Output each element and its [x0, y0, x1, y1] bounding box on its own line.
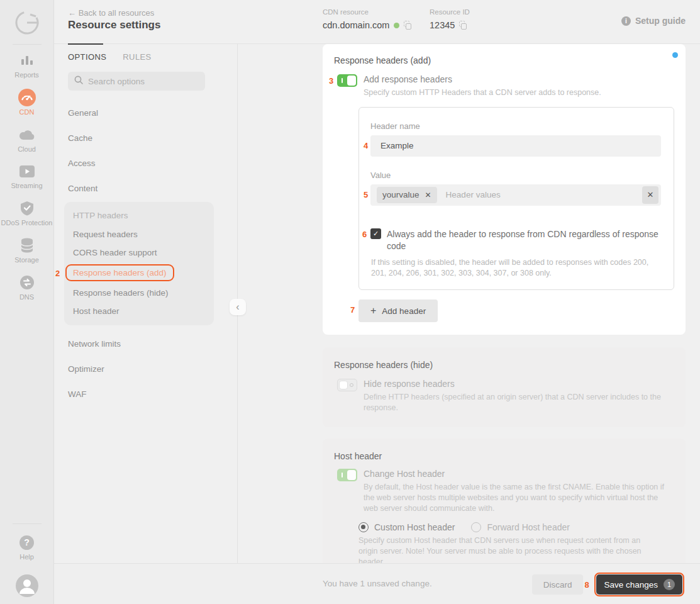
card-title: Host header [334, 451, 674, 461]
close-icon: ✕ [647, 190, 654, 199]
resource-id-block: Resource ID 12345 [430, 8, 470, 30]
menu-item-general[interactable]: General [54, 100, 237, 125]
add-header-button[interactable]: 7 + Add header [358, 299, 438, 322]
annotation-number: 3 [329, 76, 333, 86]
menu-item-optimizer[interactable]: Optimizer [54, 357, 237, 382]
menu-item-response-headers-add[interactable]: 2 Response headers (add) [64, 262, 214, 284]
collapse-panel-button[interactable]: ‹ [230, 299, 246, 315]
search-options-box[interactable] [68, 72, 205, 91]
search-input[interactable] [88, 77, 199, 86]
menu-item-network-limits[interactable]: Network limits [54, 332, 237, 357]
annotation-number: 7 [350, 305, 355, 315]
copy-icon[interactable] [459, 21, 467, 30]
sidebar-item-streaming[interactable]: Streaming [0, 163, 54, 191]
annotation-outline: 8 Save changes 1 [594, 573, 684, 596]
card-title: Response headers (hide) [334, 360, 674, 370]
menu-item-host-header[interactable]: Host header [64, 302, 214, 321]
save-changes-button[interactable]: Save changes 1 [596, 574, 682, 595]
options-menu-2: Network limits Optimizer WAF [54, 332, 237, 407]
plus-icon: + [370, 305, 376, 316]
hide-response-headers-toggle[interactable] [337, 379, 357, 391]
shield-check-icon [20, 200, 34, 216]
annotation-number: 6 [362, 230, 367, 239]
setup-guide-button[interactable]: i Setup guide [621, 16, 686, 26]
status-green-dot [394, 23, 399, 28]
notification-blue-dot [672, 52, 678, 58]
sidebar-item-label: Streaming [11, 182, 42, 191]
discard-button[interactable]: Discard [532, 574, 584, 595]
toggle-label: Add response headers [364, 74, 601, 84]
checkbox-label: Always add the header to response from C… [387, 228, 661, 252]
header-values-input[interactable]: 5 yourvalue ✕ Header values ✕ [370, 184, 661, 206]
add-response-headers-toggle[interactable]: 3 [337, 74, 357, 87]
host-header-radio-group: Custom Host header Forward Host header [358, 522, 674, 532]
sidebar-item-label: Cloud [18, 145, 36, 154]
sidebar-item-label: Reports [14, 71, 39, 80]
question-mark-icon: ? [19, 534, 34, 551]
card-response-headers-hide: Response headers (hide) Hide response he… [323, 347, 686, 427]
page-title: Resource settings [68, 19, 160, 31]
sidebar-divider [13, 523, 42, 524]
resource-id-label: Resource ID [430, 8, 470, 16]
always-add-header-checkbox[interactable]: ✓ [370, 228, 381, 239]
copy-icon[interactable] [404, 21, 412, 30]
menu-item-content[interactable]: Content [54, 176, 237, 201]
sidebar-item-cdn[interactable]: CDN [0, 89, 54, 117]
menu-item-cors-header-support[interactable]: CORS header support [64, 243, 214, 262]
toggle-description: Specify custom HTTP Headers that a CDN s… [364, 87, 601, 98]
sidebar-item-label: Storage [14, 256, 39, 265]
menu-item-response-headers-hide[interactable]: Response headers (hide) [64, 284, 214, 303]
active-tab-indicator [68, 43, 103, 45]
toggle-label: Change Host header [364, 469, 665, 479]
menu-item-waf[interactable]: WAF [54, 382, 237, 407]
header-name-input[interactable] [370, 141, 661, 150]
radio-description: Specify custom Host header that CDN serv… [358, 535, 660, 563]
chevron-left-icon: ‹ [236, 301, 239, 313]
clear-values-button[interactable]: ✕ [642, 186, 658, 204]
checkbox-note: If this setting is disabled, the header … [371, 257, 661, 279]
card-response-headers-add: Response headers (add) 3 Add response he… [323, 44, 686, 335]
radio-unselected-icon [471, 522, 481, 532]
header-editor-box: Header name 4 Value 5 yourvalue ✕ Header… [358, 107, 674, 291]
annotation-outline: 2 Response headers (add) [65, 264, 174, 281]
sidebar-item-ddos-protection[interactable]: DDoS Protection [0, 200, 54, 228]
annotation-number: 5 [364, 190, 368, 199]
menu-item-access[interactable]: Access [54, 150, 237, 176]
sidebar-item-storage[interactable]: Storage [0, 237, 54, 265]
avatar-icon [16, 578, 38, 594]
sidebar-item-help[interactable]: ? Help [0, 534, 54, 562]
radio-custom-host-header[interactable]: Custom Host header [358, 522, 455, 532]
annotation-number: 8 [584, 580, 589, 590]
gcore-logo-icon[interactable] [13, 9, 41, 36]
page-header: ← Back to all resources Resource setting… [54, 0, 700, 44]
menu-item-cache[interactable]: Cache [54, 125, 237, 150]
sidebar-divider [13, 44, 42, 45]
toggle-description: Define HTTP headers (specified at an ori… [364, 392, 674, 413]
tab-rules[interactable]: RULES [123, 52, 151, 62]
sidebar-item-cloud[interactable]: Cloud [0, 126, 54, 154]
tab-bar: OPTIONS RULES [54, 44, 237, 62]
options-menu: General Cache Access Content [54, 100, 237, 201]
check-icon: ✓ [373, 230, 379, 238]
cdn-resource-label: CDN resource [323, 8, 412, 16]
group-header-http-headers: HTTP headers [64, 206, 214, 225]
resource-id-value: 12345 [430, 20, 455, 30]
change-host-header-toggle[interactable] [337, 469, 357, 481]
sidebar-item-reports[interactable]: Reports [0, 52, 54, 80]
user-avatar[interactable] [0, 578, 54, 594]
content-area: OPTIONS RULES General Cache Access Conte… [54, 44, 700, 563]
chip-remove-icon[interactable]: ✕ [425, 191, 431, 199]
value-placeholder: Header values [446, 190, 501, 199]
back-to-resources-link[interactable]: ← Back to all resources [68, 8, 154, 18]
unsaved-changes-footer: You have 1 unsaved change. Discard 8 Sav… [54, 563, 700, 604]
card-host-header: Host header Change Host header By defaul… [323, 439, 686, 563]
value-label: Value [370, 171, 661, 180]
http-headers-group: HTTP headers Request headers CORS header… [64, 202, 214, 325]
sidebar-item-label: DDoS Protection [1, 219, 53, 228]
sidebar-item-dns[interactable]: DNS [0, 274, 54, 302]
radio-forward-host-header[interactable]: Forward Host header [471, 522, 570, 532]
exchange-arrows-icon [19, 274, 35, 291]
menu-item-request-headers[interactable]: Request headers [64, 225, 214, 244]
tab-options[interactable]: OPTIONS [68, 52, 106, 62]
app-sidebar: Reports CDN Cloud Streaming [0, 0, 54, 604]
